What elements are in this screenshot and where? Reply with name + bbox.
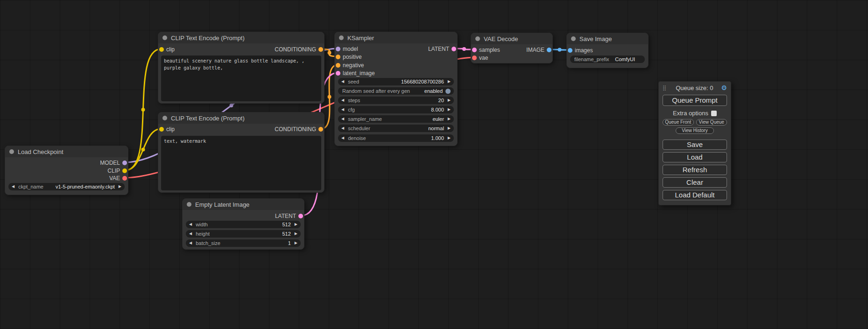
decrement-arrow-icon[interactable]: ◀ xyxy=(341,106,344,113)
prompt-textarea[interactable]: text, watermark xyxy=(161,136,321,190)
increment-arrow-icon[interactable]: ▶ xyxy=(448,97,451,104)
widget-width[interactable]: ◀ width 512 ▶ xyxy=(186,221,301,228)
output-port-latent[interactable] xyxy=(452,47,456,51)
output-port-latent[interactable] xyxy=(298,214,303,218)
slot-label: positive xyxy=(343,54,362,60)
input-port-images[interactable] xyxy=(568,48,572,53)
increment-arrow-icon[interactable]: ▶ xyxy=(448,125,451,132)
node-load-checkpoint[interactable]: Load Checkpoint MODEL CLIP VAE ◀ ckpt_na… xyxy=(5,146,128,195)
input-port-negative[interactable] xyxy=(336,63,340,68)
output-port-conditioning[interactable] xyxy=(318,47,323,52)
increment-arrow-icon[interactable]: ▶ xyxy=(295,221,297,228)
widget-value: ComfyUI xyxy=(615,56,635,62)
node-title-bar[interactable]: KSampler xyxy=(335,32,457,43)
decrement-arrow-icon[interactable]: ◀ xyxy=(341,78,344,85)
node-title-bar[interactable]: CLIP Text Encode (Prompt) xyxy=(158,112,324,124)
widget-steps[interactable]: ◀ steps 20 ▶ xyxy=(338,97,454,104)
view-history-button[interactable]: View History xyxy=(676,127,714,134)
decrement-arrow-icon[interactable]: ◀ xyxy=(341,115,344,123)
output-slot-conditioning: CONDITIONING xyxy=(158,126,324,133)
decrement-arrow-icon[interactable]: ◀ xyxy=(341,134,344,142)
image-link-midpoint-dot xyxy=(558,48,562,52)
node-title-bar[interactable]: VAE Decode xyxy=(471,33,552,44)
node-title-bar[interactable]: Save Image xyxy=(567,33,648,44)
decrement-arrow-icon[interactable]: ◀ xyxy=(189,239,192,247)
settings-gear-icon[interactable]: ⚙ xyxy=(721,84,727,91)
increment-arrow-icon[interactable]: ▶ xyxy=(295,230,297,238)
node-clip-text-encode-negative[interactable]: CLIP Text Encode (Prompt) clip CONDITION… xyxy=(158,112,325,193)
node-title: CLIP Text Encode (Prompt) xyxy=(171,115,245,122)
model-link-midpoint-dot xyxy=(230,104,233,107)
node-title-bar[interactable]: Load Checkpoint xyxy=(5,146,128,157)
widget-sampler-name[interactable]: ◀ sampler_name euler ▶ xyxy=(338,115,454,123)
output-port-image[interactable] xyxy=(547,48,551,52)
queue-prompt-button[interactable]: Queue Prompt xyxy=(663,95,727,106)
random-seed-toggle[interactable] xyxy=(445,89,451,94)
slot-label: VAE xyxy=(109,175,120,182)
load-button[interactable]: Load xyxy=(663,152,727,162)
output-slot-vae: VAE xyxy=(5,175,128,182)
output-port-vae[interactable] xyxy=(122,176,127,181)
output-slot-conditioning: CONDITIONING xyxy=(158,46,324,53)
widget-random-seed[interactable]: Random seed after every gen enabled xyxy=(338,87,454,95)
collapse-dot-icon[interactable] xyxy=(475,36,480,41)
widget-denoise[interactable]: ◀ denoise 1.000 ▶ xyxy=(338,134,454,142)
output-port-model[interactable] xyxy=(122,161,127,165)
refresh-button[interactable]: Refresh xyxy=(663,165,727,175)
drag-handle-icon[interactable]: ⣿ xyxy=(663,85,666,91)
widget-height[interactable]: ◀ height 512 ▶ xyxy=(186,230,301,238)
widget-batch-size[interactable]: ◀ batch_size 1 ▶ xyxy=(186,239,301,247)
increment-arrow-icon[interactable]: ▶ xyxy=(448,134,451,142)
node-graph-canvas[interactable]: Load Checkpoint MODEL CLIP VAE ◀ ckpt_na… xyxy=(0,0,868,329)
widget-value: 512 xyxy=(282,231,290,237)
prompt-textarea[interactable]: beautiful scenery nature glass bottle la… xyxy=(161,56,321,101)
widget-value: 1 xyxy=(288,240,291,246)
view-queue-button[interactable]: View Queue xyxy=(696,119,727,126)
clear-button[interactable]: Clear xyxy=(663,177,727,188)
increment-arrow-icon[interactable]: ▶ xyxy=(448,115,451,123)
widget-seed[interactable]: ◀ seed 156680208700286 ▶ xyxy=(338,78,454,85)
node-ksampler[interactable]: KSampler model LATENT positive negative … xyxy=(334,32,458,146)
decrement-arrow-icon[interactable]: ◀ xyxy=(12,183,14,190)
node-save-image[interactable]: Save Image images filename_prefix ComfyU… xyxy=(566,33,649,68)
decrement-arrow-icon[interactable]: ◀ xyxy=(341,97,344,104)
queue-front-button[interactable]: Queue Front xyxy=(663,119,694,126)
output-port-clip[interactable] xyxy=(122,168,127,173)
save-button[interactable]: Save xyxy=(663,140,727,150)
extra-options-checkbox[interactable] xyxy=(711,111,717,116)
collapse-dot-icon[interactable] xyxy=(339,35,344,40)
widget-ckpt-name[interactable]: ◀ ckpt_name v1-5-pruned-emaonly.ckpt ▶ xyxy=(8,183,125,190)
node-title-bar[interactable]: Empty Latent Image xyxy=(183,199,304,210)
node-title: Save Image xyxy=(579,35,612,42)
load-default-button[interactable]: Load Default xyxy=(663,190,727,200)
collapse-dot-icon[interactable] xyxy=(162,116,167,120)
increment-arrow-icon[interactable]: ▶ xyxy=(448,78,451,85)
node-clip-text-encode-positive[interactable]: CLIP Text Encode (Prompt) clip CONDITION… xyxy=(158,32,325,104)
widget-value: 20 xyxy=(438,98,444,103)
output-port-conditioning[interactable] xyxy=(318,127,323,132)
widget-filename-prefix[interactable]: filename_prefix ComfyUI xyxy=(570,56,645,63)
clip-to-positive-link-midpoint-dot xyxy=(141,108,145,112)
collapse-dot-icon[interactable] xyxy=(9,149,14,154)
decrement-arrow-icon[interactable]: ◀ xyxy=(189,221,192,228)
input-port-vae[interactable] xyxy=(472,56,477,60)
slot-label: latent_image xyxy=(343,70,375,77)
node-vae-decode[interactable]: VAE Decode samples IMAGE vae xyxy=(471,33,553,63)
increment-arrow-icon[interactable]: ▶ xyxy=(295,239,297,247)
decrement-arrow-icon[interactable]: ◀ xyxy=(341,125,344,132)
increment-arrow-icon[interactable]: ▶ xyxy=(119,183,121,190)
queue-pill-row: Queue Front View Queue xyxy=(663,119,727,126)
collapse-dot-icon[interactable] xyxy=(162,35,167,40)
input-port-positive[interactable] xyxy=(336,55,340,59)
input-slot-negative: negative xyxy=(335,62,457,69)
collapse-dot-icon[interactable] xyxy=(187,202,191,207)
collapse-dot-icon[interactable] xyxy=(571,36,576,41)
decrement-arrow-icon[interactable]: ◀ xyxy=(189,230,192,238)
widget-cfg[interactable]: ◀ cfg 8.000 ▶ xyxy=(338,106,454,113)
widget-name: width xyxy=(196,222,208,227)
increment-arrow-icon[interactable]: ▶ xyxy=(448,106,451,113)
node-title-bar[interactable]: CLIP Text Encode (Prompt) xyxy=(158,32,324,43)
node-empty-latent-image[interactable]: Empty Latent Image LATENT ◀ width 512 ▶ … xyxy=(182,198,304,250)
widget-scheduler[interactable]: ◀ scheduler normal ▶ xyxy=(338,125,454,132)
input-port-latent-image[interactable] xyxy=(336,71,340,76)
